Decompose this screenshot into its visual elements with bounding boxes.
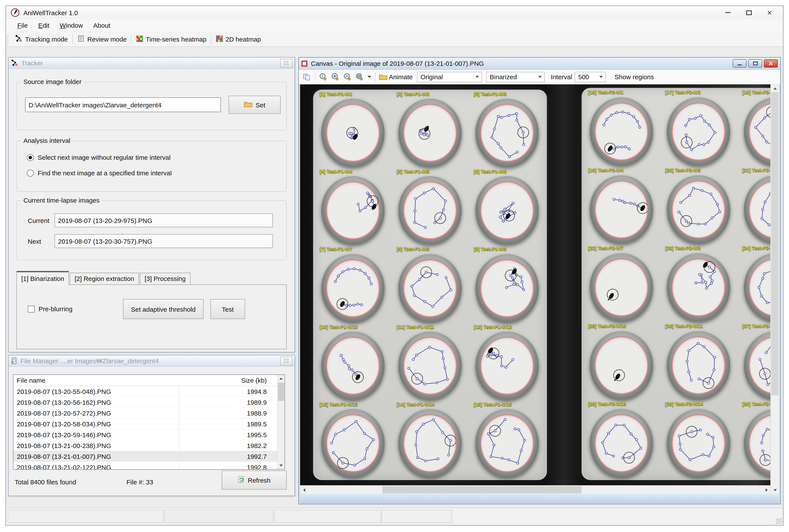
zoom-fit-icon[interactable] — [354, 72, 366, 82]
well[interactable] — [590, 175, 653, 244]
zoom-actual-icon[interactable]: 1 — [317, 72, 330, 82]
horizontal-scroll-thumb[interactable] — [382, 486, 582, 493]
well[interactable] — [398, 409, 462, 477]
well[interactable] — [590, 253, 653, 322]
toolbar-time-series-heatmap[interactable]: Time-series heatmap — [132, 34, 210, 45]
radio-no-interval-circle[interactable] — [27, 154, 34, 161]
file-list[interactable]: File name Size (kb) 2019-08-07 (13-20-55… — [13, 375, 285, 470]
table-row[interactable]: 2019-08-07 (13-20-58-034).PNG1989.5 — [14, 419, 277, 430]
well[interactable] — [744, 331, 770, 400]
toolbar-grip[interactable] — [7, 34, 10, 44]
table-row[interactable]: 2019-08-07 (13-20-56-162).PNG1989.9 — [14, 397, 277, 408]
resize-grip[interactable] — [776, 518, 782, 524]
scroll-down-icon[interactable] — [278, 462, 284, 469]
well[interactable] — [590, 409, 653, 477]
animate-label[interactable]: Animate — [389, 73, 413, 80]
scroll-up-icon[interactable] — [771, 84, 779, 92]
well[interactable] — [475, 409, 539, 477]
menu-file[interactable]: File — [12, 20, 33, 31]
canvas-horizontal-scrollbar[interactable] — [300, 485, 770, 494]
file-manager-title-bar[interactable]: File Manager: ...er Images₩Zlarvae_deter… — [9, 355, 295, 367]
radio-specified-interval-circle[interactable] — [27, 169, 34, 176]
menu-window[interactable]: Window — [55, 20, 88, 31]
file-manager-close-icon[interactable]: ✕ — [280, 357, 292, 365]
refresh-button[interactable]: Refresh — [222, 471, 287, 490]
canvas-image-view[interactable]: [1] Test-P1-W1[2] Test-P1-W2[3] Test-P1-… — [300, 84, 770, 485]
set-folder-button[interactable]: Set — [229, 96, 281, 114]
well[interactable] — [398, 254, 462, 322]
zoom-out-icon[interactable] — [342, 72, 354, 82]
well[interactable] — [667, 97, 730, 166]
canvas-title-bar[interactable]: Canvas - Original image of 2019-08-07 (1… — [299, 58, 780, 70]
maximize-button[interactable] — [743, 8, 754, 17]
well[interactable] — [475, 331, 539, 400]
file-list-scrollbar[interactable] — [277, 375, 284, 469]
well[interactable] — [321, 99, 384, 167]
menu-about[interactable]: About — [88, 20, 115, 31]
set-adaptive-threshold-button[interactable]: Set adaptive threshold — [123, 299, 204, 319]
well[interactable] — [321, 254, 384, 322]
well[interactable] — [744, 409, 770, 477]
well[interactable] — [590, 97, 653, 166]
preblur-checkbox[interactable] — [28, 305, 35, 312]
toolbar-tracking-mode[interactable]: Tracking mode — [11, 33, 71, 45]
minimize-button[interactable] — [722, 8, 734, 17]
tab-binarization[interactable]: [1] Binarization — [16, 271, 69, 285]
table-row[interactable]: 2019-08-07 (13-21-02-122).PNG1992.8 — [14, 462, 277, 469]
menu-edit[interactable]: Edit — [33, 20, 55, 31]
tab-processing[interactable]: [3] Processing — [140, 273, 190, 285]
scroll-down-icon[interactable] — [771, 486, 779, 494]
well[interactable] — [321, 176, 384, 245]
show-regions-label[interactable]: Show regions — [615, 73, 654, 80]
well[interactable] — [475, 176, 539, 245]
preblur-row[interactable]: Pre-blurring — [28, 305, 73, 312]
tracker-title-bar[interactable]: Tracker ✕ — [9, 58, 295, 69]
table-row[interactable]: 2019-08-07 (13-20-55-048).PNG1994.8 — [14, 386, 277, 397]
radio-no-interval[interactable]: Select next image without regular time i… — [27, 154, 171, 161]
column-size[interactable]: Size (kb) — [241, 377, 277, 384]
well[interactable] — [667, 409, 730, 477]
well[interactable] — [398, 99, 462, 167]
test-button[interactable]: Test — [210, 299, 245, 319]
well[interactable] — [398, 176, 462, 245]
table-row[interactable]: 2019-08-07 (13-21-00-238).PNG1982.2 — [14, 440, 277, 451]
animate-folder-icon[interactable] — [378, 73, 389, 81]
well[interactable] — [475, 254, 539, 322]
table-row[interactable]: 2019-08-07 (13-20-59-146).PNG1995.5 — [14, 430, 277, 440]
view-combo-original[interactable]: Original — [417, 72, 482, 82]
interval-combo[interactable]: 500 — [575, 72, 606, 82]
canvas-minimize-button[interactable] — [733, 59, 747, 68]
close-button[interactable]: × — [764, 8, 775, 17]
well[interactable] — [667, 175, 730, 244]
well[interactable] — [321, 331, 384, 400]
well[interactable] — [667, 331, 730, 400]
scroll-right-icon[interactable] — [763, 486, 770, 494]
well[interactable] — [321, 409, 384, 477]
scroll-thumb[interactable] — [278, 383, 284, 401]
well[interactable] — [475, 99, 539, 167]
zoom-menu-arrow-icon[interactable] — [368, 76, 371, 78]
toolbar-review-mode[interactable]: Review mode — [73, 33, 130, 45]
tab-region-extraction[interactable]: [2] Region extraction — [70, 273, 139, 285]
canvas-vertical-scrollbar[interactable] — [770, 84, 779, 494]
radio-specified-interval[interactable]: Find the next image at a specified time … — [27, 169, 172, 177]
table-row[interactable]: 2019-08-07 (13-21-01-007).PNG1992.7 — [14, 451, 277, 462]
canvas-close-button[interactable]: ✕ — [764, 59, 778, 68]
canvas-maximize-button[interactable] — [748, 59, 762, 68]
scroll-up-icon[interactable] — [278, 375, 284, 382]
toolbar-2d-heatmap[interactable]: 2D heatmap — [212, 34, 264, 45]
source-folder-input[interactable]: D:\AniWellTracker images\Zlarvae_deterge… — [25, 97, 221, 112]
well[interactable] — [590, 331, 653, 400]
vertical-scroll-thumb[interactable] — [771, 92, 778, 395]
scroll-left-icon[interactable] — [300, 486, 308, 494]
view-combo-binarized[interactable]: Binarized — [486, 72, 545, 82]
well[interactable] — [744, 253, 770, 322]
well[interactable] — [398, 331, 462, 400]
table-row[interactable]: 2019-08-07 (13-20-57-272).PNG1988.9 — [14, 408, 277, 419]
zoom-in-icon[interactable] — [330, 72, 342, 82]
tracker-close-icon[interactable]: ✕ — [280, 59, 292, 67]
copy-icon[interactable] — [301, 72, 313, 81]
well[interactable] — [744, 97, 770, 166]
column-file-name[interactable]: File name — [14, 377, 45, 384]
well[interactable] — [667, 253, 730, 322]
